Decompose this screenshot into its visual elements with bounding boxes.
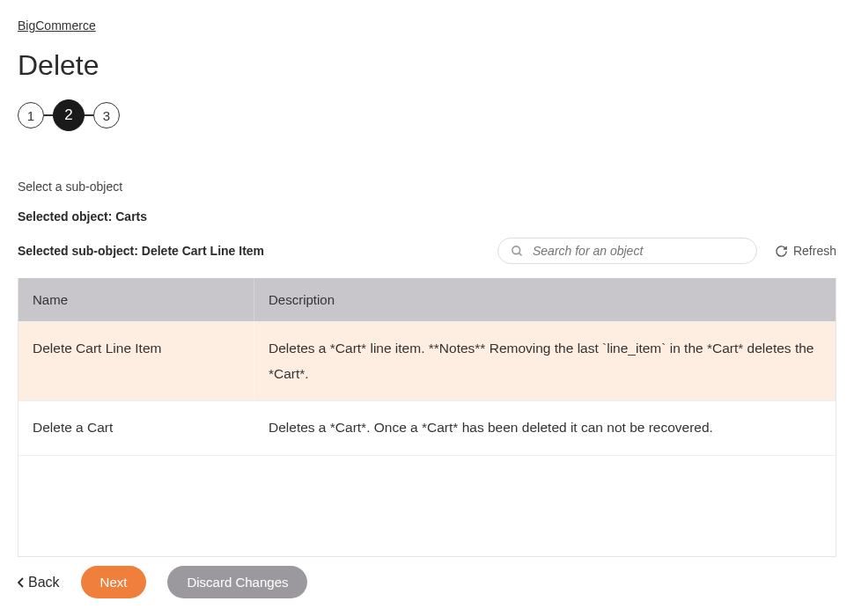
refresh-label: Refresh [793, 244, 836, 258]
step-connector [85, 114, 93, 116]
search-input[interactable] [533, 244, 744, 258]
chevron-left-icon [18, 577, 25, 588]
footer-actions: Back Next Discard Changes [18, 566, 307, 598]
selected-sub-object-label: Selected sub-object: Delete Cart Line It… [18, 244, 264, 258]
svg-line-1 [519, 253, 521, 255]
back-button[interactable]: Back [18, 575, 60, 590]
table-row[interactable]: Delete Cart Line Item Deletes a *Cart* l… [18, 321, 836, 400]
table-cell-description: Deletes a *Cart*. Once a *Cart* has been… [254, 401, 836, 455]
selected-object-label: Selected object: Carts [18, 209, 836, 224]
refresh-button[interactable]: Refresh [775, 244, 836, 258]
select-sub-object-label: Select a sub-object [18, 180, 836, 194]
table-cell-name: Delete Cart Line Item [18, 322, 254, 400]
step-2[interactable]: 2 [53, 99, 85, 131]
sub-object-table: Name Description Delete Cart Line Item D… [18, 278, 836, 557]
back-label: Back [28, 575, 60, 590]
table-header-description: Description [254, 278, 836, 321]
breadcrumb: BigCommerce [18, 18, 836, 33]
search-box[interactable] [497, 238, 757, 264]
stepper: 1 2 3 [18, 99, 836, 131]
discard-changes-button[interactable]: Discard Changes [167, 566, 307, 598]
table-header-row: Name Description [18, 278, 836, 321]
table-empty-space [18, 455, 836, 556]
search-icon [511, 245, 524, 258]
svg-point-0 [512, 246, 520, 253]
breadcrumb-link[interactable]: BigCommerce [18, 18, 96, 33]
step-1[interactable]: 1 [18, 102, 44, 128]
refresh-icon [775, 245, 788, 258]
next-button[interactable]: Next [81, 566, 147, 598]
page-title: Delete [18, 49, 836, 82]
table-cell-description: Deletes a *Cart* line item. **Notes** Re… [254, 322, 836, 400]
table-row[interactable]: Delete a Cart Deletes a *Cart*. Once a *… [18, 400, 836, 455]
table-cell-name: Delete a Cart [18, 401, 254, 455]
step-3[interactable]: 3 [93, 102, 120, 128]
step-connector [44, 114, 53, 116]
table-header-name: Name [18, 278, 254, 321]
